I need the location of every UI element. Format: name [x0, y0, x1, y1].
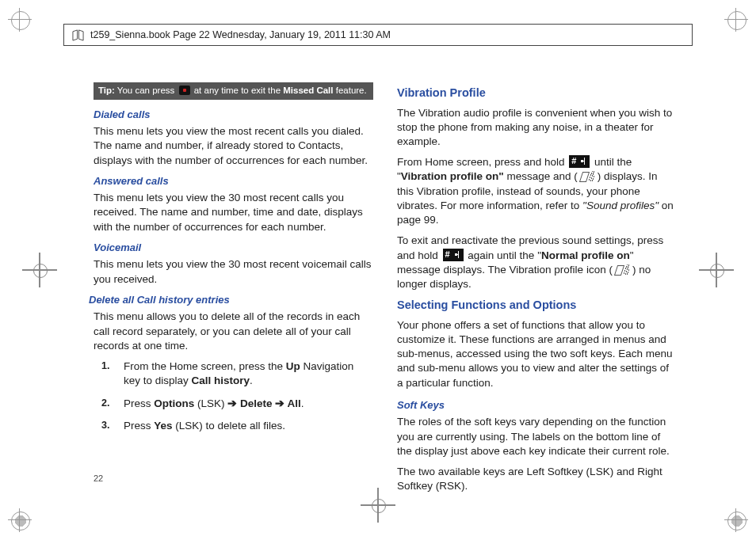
heading-voicemail: Voicemail	[94, 241, 373, 255]
para-answered: This menu lets you view the 30 most rece…	[94, 191, 373, 234]
page-body: Tip: You can press at any time to exit t…	[94, 82, 677, 469]
arrow-icon: ➔	[227, 397, 237, 409]
book-icon	[72, 29, 84, 41]
crop-mark-icon	[8, 8, 32, 32]
vibration-icon	[614, 264, 631, 275]
step-number: 2.	[101, 397, 113, 411]
step-text: Press Yes (LSK) to delete all files.	[124, 419, 285, 433]
registration-cross-icon	[22, 253, 57, 287]
para-softkeys-1: The roles of the soft keys vary dependin…	[397, 415, 677, 458]
registration-cross-icon	[361, 488, 395, 523]
list-item: 2. Press Options (LSK) ➔ Delete ➔ All.	[101, 397, 373, 411]
para-delete: This menu allows you to delete all of th…	[94, 310, 373, 353]
tip-box: Tip: You can press at any time to exit t…	[94, 82, 373, 100]
heading-answered-calls: Answered calls	[94, 174, 373, 188]
pound-key-icon	[443, 249, 464, 261]
crop-mark-icon	[8, 508, 32, 532]
right-column: Vibration Profile The Vibration audio pr…	[397, 82, 677, 469]
para-vib-on: From Home screen, press and hold until t…	[397, 155, 677, 227]
registration-cross-icon	[699, 253, 734, 287]
list-item: 3. Press Yes (LSK) to delete all files.	[101, 419, 373, 433]
heading-vibration-profile: Vibration Profile	[397, 86, 677, 101]
list-item: 1. From the Home screen, press the Up Na…	[101, 359, 373, 388]
end-key-icon	[179, 86, 190, 95]
header-text: t259_Sienna.book Page 22 Wednesday, Janu…	[90, 29, 391, 40]
para-voicemail: This menu lets you view the 30 most rece…	[94, 257, 373, 286]
delete-steps: 1. From the Home screen, press the Up Na…	[101, 359, 373, 433]
tip-label: Tip:	[98, 86, 115, 95]
heading-delete-history: Delete all Call history entries	[89, 293, 373, 307]
step-number: 1.	[101, 359, 113, 388]
crop-mark-icon	[724, 8, 748, 32]
framemaker-header: t259_Sienna.book Page 22 Wednesday, Janu…	[63, 24, 693, 46]
para-vib-off: To exit and reactivate the previous soun…	[397, 234, 677, 291]
left-column: Tip: You can press at any time to exit t…	[94, 82, 373, 469]
vibration-icon	[579, 171, 596, 181]
para-vib-intro: The Vibration audio profile is convenien…	[397, 106, 677, 150]
page-number: 22	[94, 473, 103, 483]
crop-mark-icon	[724, 508, 748, 532]
cross-reference: "Sound profiles"	[582, 200, 659, 211]
para-selecting: Your phone offers a set of functions tha…	[397, 318, 677, 390]
arrow-icon: ➔	[275, 397, 284, 409]
heading-selecting-functions: Selecting Functions and Options	[397, 298, 677, 314]
heading-dialed-calls: Dialed calls	[94, 108, 373, 122]
step-text: From the Home screen, press the Up Navig…	[124, 359, 373, 388]
step-number: 3.	[101, 419, 113, 433]
pound-key-icon	[569, 155, 590, 168]
para-dialed: This menu lets you view the most recent …	[94, 124, 373, 168]
para-softkeys-2: The two available keys are Left Softkey …	[397, 465, 677, 493]
heading-soft-keys: Soft Keys	[397, 398, 677, 413]
step-text: Press Options (LSK) ➔ Delete ➔ All.	[124, 397, 304, 411]
